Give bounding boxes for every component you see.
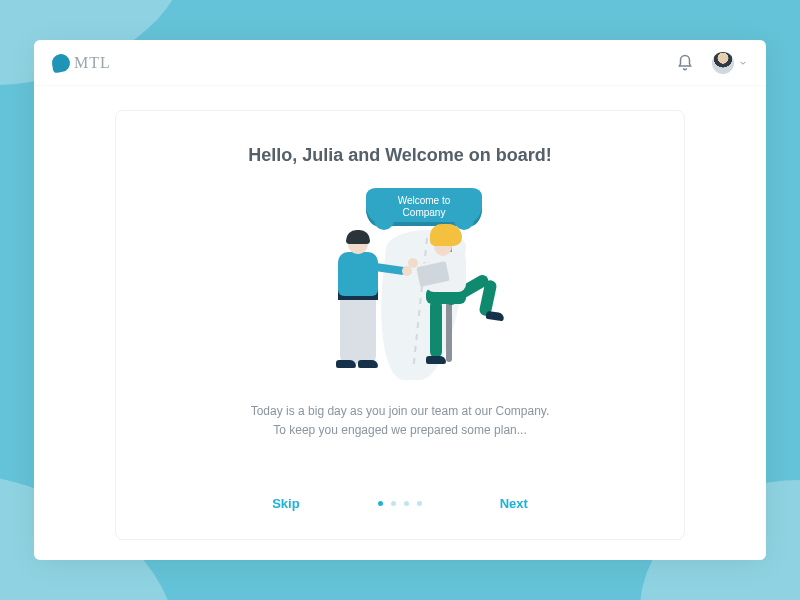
app-window: MTL Hello, Julia and Welcome on board! W… — [34, 40, 766, 560]
brand-name: MTL — [74, 54, 111, 72]
chevron-down-icon — [738, 58, 748, 68]
step-indicator — [378, 501, 422, 506]
onboarding-title: Hello, Julia and Welcome on board! — [248, 145, 552, 166]
skip-button[interactable]: Skip — [264, 490, 307, 517]
onboarding-footer: Skip Next — [144, 476, 656, 517]
welcome-sign: Welcome toCompany — [366, 188, 482, 226]
content-area: Hello, Julia and Welcome on board! Welco… — [34, 86, 766, 560]
step-dot[interactable] — [378, 501, 383, 506]
topbar: MTL — [34, 40, 766, 86]
brand-logo-icon — [51, 52, 72, 73]
onboarding-card: Hello, Julia and Welcome on board! Welco… — [115, 110, 685, 540]
brand[interactable]: MTL — [52, 54, 111, 72]
step-dot[interactable] — [417, 501, 422, 506]
avatar — [712, 52, 734, 74]
next-button[interactable]: Next — [492, 490, 536, 517]
user-menu[interactable] — [712, 52, 748, 74]
onboarding-description: Today is a big day as you join our team … — [251, 402, 550, 439]
notifications-icon[interactable] — [676, 54, 694, 72]
step-dot[interactable] — [391, 501, 396, 506]
welcome-illustration: Welcome toCompany — [270, 184, 530, 384]
step-dot[interactable] — [404, 501, 409, 506]
